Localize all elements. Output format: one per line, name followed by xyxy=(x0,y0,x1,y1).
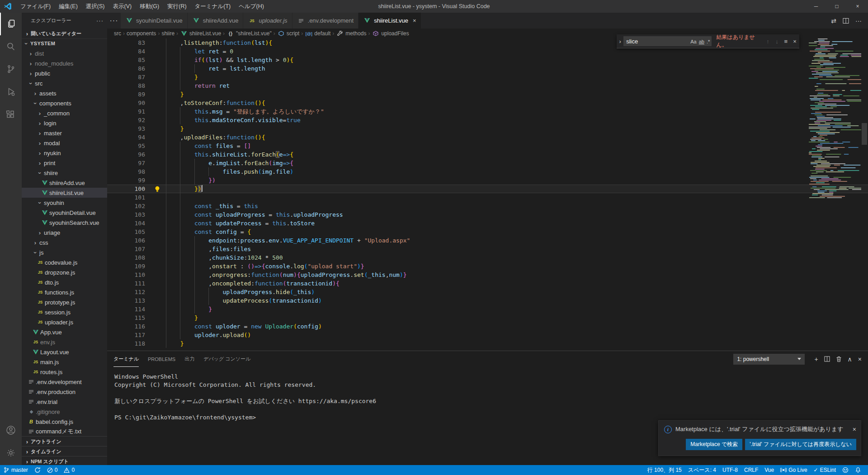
line-number[interactable]: 117 xyxy=(107,331,145,339)
code-line-99[interactable]: 99 }) xyxy=(107,176,868,185)
activity-explorer-icon[interactable] xyxy=(0,13,22,35)
line-number[interactable]: 100 xyxy=(107,185,145,193)
line-number[interactable]: 93 xyxy=(107,124,145,133)
line-number[interactable]: 112 xyxy=(107,288,145,296)
line-number[interactable]: 103 xyxy=(107,210,145,219)
line-number[interactable]: 106 xyxy=(107,236,145,245)
code-line-113[interactable]: 113 updateProcess(transactionid) xyxy=(107,296,868,305)
breadcrumb-default[interactable]: [@]default xyxy=(305,30,330,37)
terminal-picker[interactable]: 1: powershell xyxy=(733,354,805,365)
tree-file-syouhinDetail.vue[interactable]: syouhinDetail.vue xyxy=(22,208,107,218)
tree-folder-public[interactable]: ›public xyxy=(22,68,107,78)
status-cursor-position[interactable]: 行 100、列 15 xyxy=(644,465,685,475)
breadcrumb-shiire[interactable]: shiire xyxy=(161,30,175,37)
code-line-93[interactable]: 93 } xyxy=(107,124,868,133)
tree-file-main.js[interactable]: JSmain.js xyxy=(22,357,107,367)
find-in-selection-button[interactable]: ≡ xyxy=(781,38,790,45)
code-line-108[interactable]: 108 ,chunkSize:1024 * 500 xyxy=(107,253,868,262)
tab-shiireAdd.vue[interactable]: shiireAdd.vue xyxy=(188,13,244,28)
code-line-98[interactable]: 98 files.push(img.file) xyxy=(107,167,868,176)
menu-item[interactable]: 実行(R) xyxy=(163,3,190,10)
code-line-100[interactable]: 100 }) xyxy=(107,185,868,193)
line-number[interactable]: 90 xyxy=(107,99,145,107)
line-number[interactable]: 116 xyxy=(107,322,145,331)
notification-close-button[interactable]: × xyxy=(853,426,856,433)
status-feedback[interactable] xyxy=(839,465,852,475)
code-line-115[interactable]: 115 } xyxy=(107,314,868,322)
status-language[interactable]: Vue xyxy=(761,465,777,475)
line-number[interactable]: 86 xyxy=(107,64,145,73)
menu-item[interactable]: 選択(S) xyxy=(82,3,109,10)
code-line-116[interactable]: 116 const uploder = new Uploader(config) xyxy=(107,322,868,331)
tree-file-.env.trial[interactable]: .env.trial xyxy=(22,397,107,407)
open-editors-header[interactable]: › 開いているエディター xyxy=(22,28,107,39)
breadcrumb-components[interactable]: components xyxy=(127,30,156,37)
tree-file-App.vue[interactable]: App.vue xyxy=(22,327,107,337)
menu-item[interactable]: 表示(V) xyxy=(108,3,136,10)
status-eol[interactable]: CRLF xyxy=(741,465,761,475)
menu-item[interactable]: ファイル(F) xyxy=(16,3,55,10)
code-line-110[interactable]: 110 ,onprogress:function(num){uploadProg… xyxy=(107,271,868,279)
tree-folder-modal[interactable]: ›modal xyxy=(22,138,107,148)
code-line-103[interactable]: 103 const uploadProgress = this.uploadPr… xyxy=(107,210,868,219)
line-number[interactable]: 89 xyxy=(107,90,145,99)
tree-folder-shiire[interactable]: ›shiire xyxy=(22,168,107,178)
activity-source-control-icon[interactable] xyxy=(0,58,22,81)
code-line-88[interactable]: 88 return ret xyxy=(107,81,868,90)
minimize-button[interactable]: ─ xyxy=(806,0,826,13)
tree-file-dropzone.js[interactable]: JSdropzone.js xyxy=(22,267,107,277)
tab-.env.development[interactable]: .env.development xyxy=(292,13,359,28)
activity-run-debug-icon[interactable] xyxy=(0,81,22,103)
lightbulb-icon[interactable] xyxy=(155,186,160,192)
code-line-95[interactable]: 95 const files = [] xyxy=(107,142,868,150)
code-line-111[interactable]: 111 ,oncompleted:function(transactionid)… xyxy=(107,279,868,288)
section-アウトライン[interactable]: ›アウトライン xyxy=(22,436,107,446)
status-indentation[interactable]: スペース: 4 xyxy=(685,465,719,475)
line-number[interactable]: 85 xyxy=(107,56,145,64)
tree-folder-master[interactable]: ›master xyxy=(22,128,107,138)
code-line-91[interactable]: 91 this.msg = "登録します。よろしいですか？" xyxy=(107,107,868,116)
tree-folder-src[interactable]: ›src xyxy=(22,78,107,88)
line-number[interactable]: 105 xyxy=(107,228,145,236)
kill-terminal-button[interactable] xyxy=(836,356,842,362)
breadcrumb-methods[interactable]: methods xyxy=(336,30,366,37)
status-go-live[interactable]: Go Live xyxy=(777,465,810,475)
line-number[interactable]: 101 xyxy=(107,193,145,202)
line-number[interactable]: 84 xyxy=(107,47,145,56)
activity-account-icon[interactable] xyxy=(0,419,22,442)
breadcrumb-shiireList.vue[interactable]: {}"shiireList.vue" xyxy=(226,30,272,37)
find-next-button[interactable]: ↓ xyxy=(772,38,781,45)
tree-root[interactable]: ›YSYSTEM xyxy=(22,38,107,48)
tree-file-uploader.js[interactable]: JSuploader.js xyxy=(22,317,107,327)
code-line-106[interactable]: 106 endpoint:process.env.VUE_APP_API_END… xyxy=(107,236,868,245)
activity-extensions-icon[interactable] xyxy=(0,103,22,126)
tree-file-prototype.js[interactable]: JSprototype.js xyxy=(22,297,107,307)
panel-tab-デバッグ コンソール[interactable]: デバッグ コンソール xyxy=(203,351,250,367)
tree-file-env.js[interactable]: JSenv.js xyxy=(22,337,107,347)
tab-overflow-button[interactable]: ··· xyxy=(107,13,121,28)
tree-file-Layout.vue[interactable]: Layout.vue xyxy=(22,347,107,357)
menu-item[interactable]: ヘルプ(H) xyxy=(235,3,268,10)
tree-file-.env.production[interactable]: .env.production xyxy=(22,387,107,397)
breadcrumb-shiireList.vue[interactable]: shiireList.vue xyxy=(180,30,221,37)
menu-item[interactable]: 移動(G) xyxy=(136,3,163,10)
tree-folder-node_modules[interactable]: ›node_modules xyxy=(22,58,107,68)
status-sync[interactable] xyxy=(31,465,44,475)
menu-item[interactable]: 編集(E) xyxy=(55,3,82,10)
find-input[interactable]: slice Aaab.* xyxy=(623,36,712,46)
code-line-102[interactable]: 102 const _this = this xyxy=(107,202,868,210)
activity-search-icon[interactable] xyxy=(0,35,22,58)
tree-file-.gitignore[interactable]: .gitignore xyxy=(22,407,107,417)
line-number[interactable]: 91 xyxy=(107,107,145,116)
code-line-92[interactable]: 92 this.mdaStoreConf.visible=true xyxy=(107,116,868,124)
code-line-87[interactable]: 87 } xyxy=(107,73,868,81)
split-terminal-button[interactable] xyxy=(824,356,830,362)
status-errors[interactable]: 0 xyxy=(44,465,61,475)
tab-syouhinDetail.vue[interactable]: syouhinDetail.vue xyxy=(121,13,188,28)
match-case-toggle[interactable]: Aa xyxy=(690,39,696,44)
code-line-89[interactable]: 89 } xyxy=(107,90,868,99)
line-number[interactable]: 104 xyxy=(107,219,145,228)
panel-tab-ターミナル[interactable]: ターミナル xyxy=(113,351,139,367)
close-button[interactable]: × xyxy=(847,0,868,13)
minimap[interactable] xyxy=(808,38,861,310)
